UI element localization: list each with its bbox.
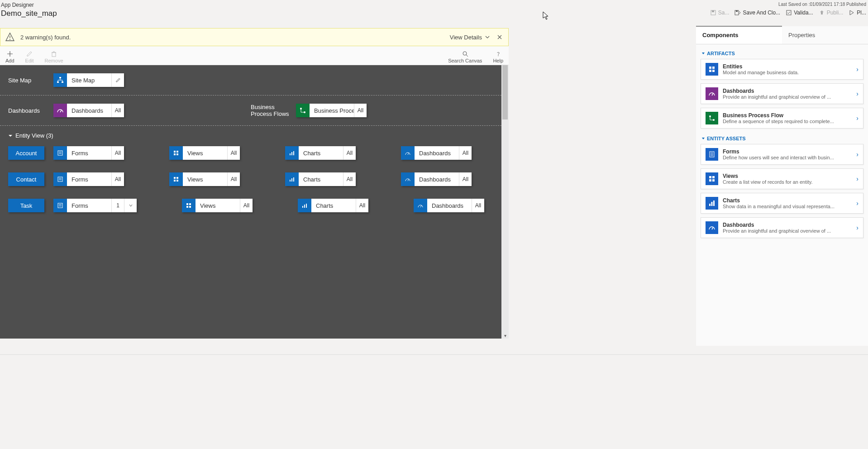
header-right: Last Saved on :01/09/2021 17:18 Publishe… bbox=[710, 2, 866, 16]
sitemap-edit-button[interactable] bbox=[111, 73, 124, 87]
task-forms-tile[interactable]: Forms 1 bbox=[53, 199, 137, 212]
bottom-divider bbox=[0, 354, 868, 355]
help-button[interactable]: Help bbox=[487, 48, 509, 63]
card-dashboards-asset-title: Dashboards bbox=[723, 222, 852, 228]
contact-forms-count[interactable]: All bbox=[111, 172, 124, 186]
card-bpf[interactable]: Business Process Flow Define a sequence … bbox=[701, 108, 863, 129]
entity-view-toggle[interactable]: Entity View (3) bbox=[0, 126, 501, 143]
contact-dash-count[interactable]: All bbox=[459, 172, 472, 186]
plus-icon bbox=[7, 50, 13, 58]
publish-button[interactable]: Publi... bbox=[819, 10, 844, 16]
svg-rect-32 bbox=[290, 180, 291, 182]
svg-rect-15 bbox=[58, 151, 62, 155]
svg-rect-45 bbox=[709, 67, 711, 69]
svg-rect-56 bbox=[712, 176, 715, 178]
save-and-close-button[interactable]: Save And Clo... bbox=[734, 10, 780, 16]
close-warning-button[interactable] bbox=[496, 33, 504, 41]
card-dashboards[interactable]: Dashboards Provide an insightful and gra… bbox=[701, 83, 863, 104]
task-forms-dropdown[interactable] bbox=[124, 199, 137, 212]
entity-assets-group-title[interactable]: ENTITY ASSETS bbox=[701, 132, 863, 144]
task-dash-count[interactable]: All bbox=[472, 199, 484, 212]
warning-bar: 2 warning(s) found. View Details bbox=[0, 28, 509, 46]
svg-rect-25 bbox=[58, 177, 62, 182]
canvas-scrollbar[interactable]: ▾ bbox=[501, 65, 509, 339]
svg-rect-3 bbox=[736, 10, 738, 12]
bpf-tile-label: Business Proces... bbox=[310, 104, 354, 117]
entity-contact-button[interactable]: Contact bbox=[8, 172, 44, 186]
card-charts[interactable]: Charts Show data in a meaningful and vis… bbox=[701, 193, 863, 214]
save-button[interactable]: Sa... bbox=[710, 10, 730, 16]
contact-charts-tile[interactable]: Charts All bbox=[285, 172, 356, 186]
svg-point-14 bbox=[304, 111, 305, 113]
validate-button[interactable]: Valida... bbox=[786, 10, 813, 16]
svg-rect-42 bbox=[302, 206, 303, 208]
svg-rect-38 bbox=[186, 203, 188, 205]
edit-button[interactable]: Edit bbox=[20, 48, 39, 63]
svg-rect-41 bbox=[189, 206, 191, 208]
gauge-icon bbox=[414, 199, 427, 212]
account-charts-count[interactable]: All bbox=[343, 146, 356, 160]
account-dashboards-tile[interactable]: Dashboards All bbox=[401, 146, 472, 160]
edit-label: Edit bbox=[25, 58, 34, 63]
sitemap-tile[interactable]: Site Map bbox=[53, 73, 124, 87]
card-forms[interactable]: Forms Define how users will see and inte… bbox=[701, 144, 863, 165]
remove-button[interactable]: Remove bbox=[39, 48, 69, 63]
contact-views-count[interactable]: All bbox=[227, 172, 240, 186]
contact-forms-label: Forms bbox=[67, 172, 111, 186]
task-dashboards-tile[interactable]: Dashboards All bbox=[414, 199, 484, 212]
play-button[interactable]: Pl... bbox=[849, 10, 866, 16]
contact-charts-count[interactable]: All bbox=[343, 172, 356, 186]
sitemap-label: Site Map bbox=[8, 77, 53, 84]
entity-account-button[interactable]: Account bbox=[8, 146, 44, 160]
flow-icon bbox=[296, 104, 310, 117]
chevron-right-icon: › bbox=[856, 66, 858, 73]
card-dashboards-asset[interactable]: Dashboards Provide an insightful and gra… bbox=[701, 217, 863, 238]
entity-task-button[interactable]: Task bbox=[8, 199, 44, 212]
task-charts-tile[interactable]: Charts All bbox=[298, 199, 368, 212]
bpf-count[interactable]: All bbox=[354, 104, 367, 117]
account-views-tile[interactable]: Views All bbox=[169, 146, 240, 160]
card-views[interactable]: Views Create a list view of records for … bbox=[701, 168, 863, 189]
contact-forms-tile[interactable]: Forms All bbox=[53, 172, 124, 186]
gauge-icon bbox=[401, 172, 415, 186]
panel-body: ARTIFACTS Entities Model and manage busi… bbox=[696, 44, 868, 244]
scroll-thumb[interactable] bbox=[502, 65, 508, 119]
tab-properties[interactable]: Properties bbox=[782, 26, 868, 44]
search-canvas-button[interactable]: Search Canvas bbox=[443, 48, 487, 63]
bpf-tile[interactable]: Business Proces... All bbox=[296, 104, 367, 117]
task-views-tile[interactable]: Views All bbox=[182, 199, 253, 212]
contact-views-tile[interactable]: Views All bbox=[169, 172, 240, 186]
task-charts-count[interactable]: All bbox=[356, 199, 368, 212]
svg-rect-11 bbox=[57, 81, 59, 83]
contact-dashboards-tile[interactable]: Dashboards All bbox=[401, 172, 472, 186]
entity-view-label: Entity View (3) bbox=[15, 132, 53, 139]
svg-rect-47 bbox=[709, 70, 711, 72]
caret-down-icon bbox=[701, 52, 705, 55]
svg-rect-39 bbox=[189, 203, 191, 205]
account-views-count[interactable]: All bbox=[227, 146, 240, 160]
dashboards-count[interactable]: All bbox=[111, 104, 124, 117]
account-charts-tile[interactable]: Charts All bbox=[285, 146, 356, 160]
svg-rect-29 bbox=[176, 177, 178, 179]
svg-rect-18 bbox=[174, 151, 176, 153]
svg-rect-30 bbox=[174, 180, 176, 182]
tab-components[interactable]: Components bbox=[696, 26, 782, 44]
account-forms-count[interactable]: All bbox=[111, 146, 124, 160]
canvas-toolbar: Add Edit Remove Search Canvas Help bbox=[0, 46, 509, 65]
view-details-button[interactable]: View Details bbox=[450, 34, 490, 41]
dashboards-tile[interactable]: Dashboards All bbox=[53, 104, 124, 117]
pencil-icon bbox=[26, 50, 33, 58]
task-views-count[interactable]: All bbox=[240, 199, 253, 212]
svg-rect-7 bbox=[52, 53, 56, 57]
scroll-down-arrow[interactable]: ▾ bbox=[501, 332, 509, 339]
svg-rect-19 bbox=[176, 151, 178, 153]
sitemap-section: Site Map Site Map bbox=[0, 65, 501, 96]
task-charts-label: Charts bbox=[311, 199, 356, 212]
artifacts-group-title[interactable]: ARTIFACTS bbox=[701, 47, 863, 59]
right-panel: Components Properties ARTIFACTS Entities… bbox=[696, 26, 868, 346]
remove-label: Remove bbox=[45, 58, 63, 63]
add-button[interactable]: Add bbox=[0, 48, 20, 63]
account-dash-count[interactable]: All bbox=[459, 146, 472, 160]
card-entities[interactable]: Entities Model and manage business data.… bbox=[701, 59, 863, 80]
account-forms-tile[interactable]: Forms All bbox=[53, 146, 124, 160]
